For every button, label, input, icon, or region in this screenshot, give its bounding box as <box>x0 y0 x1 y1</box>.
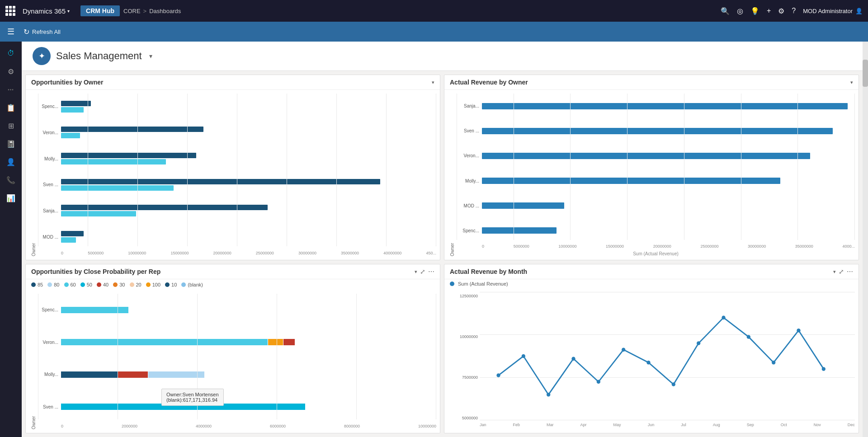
dashboard-grid: Opportunities by Owner ▾ Owner <box>22 71 863 437</box>
y-axis-label-right: Owner <box>448 94 457 256</box>
x-axis-top-right: 0500000010000000150000002000000025000000… <box>482 243 855 249</box>
chart-bottom-left-body: Owner <box>26 290 440 433</box>
chart-bottom-left: Opportunities by Close Probability per R… <box>25 264 440 433</box>
bar-row-spenc-r: Spenc... <box>457 227 855 234</box>
chart-bottom-right-title: Actual Revenue by Month <box>450 268 830 275</box>
expand-button-bl[interactable]: ⤢ <box>420 268 425 275</box>
hamburger-icon[interactable]: ☰ <box>7 27 14 37</box>
bar-row-sanja: Sanja... <box>38 205 436 216</box>
bar-row-sven: Sven ... <box>38 179 436 191</box>
x-axis-top-left: 0500000010000000150000002000000025000000… <box>61 250 436 256</box>
sidebar-icon-phone[interactable]: 📞 <box>3 172 19 188</box>
top-nav: Dynamics 365 ▾ CRM Hub CORE > Dashboards… <box>0 0 868 22</box>
legend-30: 30 <box>113 282 125 287</box>
x-label-br-9: Sep <box>747 423 754 427</box>
x-axis-label-sum: Sum (Actual Revenue) <box>457 251 855 256</box>
sidebar-icon-more[interactable]: ••• <box>3 81 19 98</box>
help-icon[interactable]: ? <box>792 7 796 15</box>
menu-button-bl[interactable]: ⋯ <box>428 268 434 275</box>
bar-row-molly: Molly... <box>38 153 436 164</box>
legend-blank: (blank) <box>181 282 203 287</box>
main-content: ✦ Sales Management ▾ Opportunities by Ow… <box>22 42 863 437</box>
sidebar-icon-user[interactable]: 👤 <box>3 154 19 170</box>
second-bar: ☰ ↻ Refresh All <box>0 22 868 42</box>
page-title: Sales Management <box>56 50 142 62</box>
hub-label[interactable]: CRM Hub <box>80 5 120 16</box>
grid-menu-icon[interactable] <box>5 6 15 16</box>
target-icon[interactable]: ◎ <box>737 7 743 15</box>
app-name[interactable]: Dynamics 365 ▾ <box>23 7 70 15</box>
chart-top-right-header: Actual Revenue by Owner ▾ <box>444 75 859 90</box>
bar-row-mod: MOD ... <box>38 231 436 243</box>
x-label-br-8: Aug <box>713 423 720 427</box>
sidebar-icon-settings[interactable]: ⚙ <box>3 63 19 80</box>
x-label-br-4: Apr <box>580 423 587 427</box>
page-header: ✦ Sales Management ▾ <box>22 42 863 71</box>
svg-point-10 <box>747 335 750 339</box>
svg-point-5 <box>622 348 625 352</box>
menu-button-br[interactable]: ⋯ <box>847 268 853 275</box>
scrollbar[interactable] <box>863 42 868 437</box>
chart-bottom-right-chevron[interactable]: ▾ <box>833 269 836 275</box>
x-label-br-7: Jul <box>681 423 686 427</box>
svg-point-6 <box>646 361 650 365</box>
bar-row-spenc-bl: Spenc... <box>38 307 436 313</box>
x-label-br-10: Oct <box>781 423 787 427</box>
sidebar-icon-clipboard[interactable]: 📋 <box>3 99 19 116</box>
bar-row-molly-r: Molly... <box>457 178 855 184</box>
chart-bottom-left-chevron[interactable]: ▾ <box>415 269 417 275</box>
bar-row-sven-r: Sven ... <box>457 128 855 134</box>
legend-40: 40 <box>97 282 108 287</box>
bar-row-molly-bl: Molly... <box>38 371 436 378</box>
settings-icon[interactable]: ⚙ <box>778 7 784 15</box>
bar-row-veron-bl: Veron... <box>38 339 436 345</box>
svg-point-9 <box>722 316 725 320</box>
line-chart-legend: Sum (Actual Revenue) <box>444 279 859 288</box>
sidebar-icon-recent[interactable]: ⏱ <box>3 45 19 61</box>
scrollbar-thumb[interactable] <box>863 60 868 87</box>
chart-top-left-title: Opportunities by Owner <box>31 79 429 86</box>
svg-point-7 <box>672 382 675 386</box>
chart-top-right-title: Actual Revenue by Owner <box>450 79 848 86</box>
search-icon[interactable]: 🔍 <box>721 7 730 15</box>
refresh-button[interactable]: ↻ Refresh All <box>24 28 61 36</box>
y-label-10000000: 10000000 <box>448 334 478 339</box>
tooltip-line2: (blank):617,171,316.94 <box>166 397 219 403</box>
legend-85: 85 <box>31 282 43 287</box>
legend-100: 100 <box>146 282 160 287</box>
chart-top-left-chevron[interactable]: ▾ <box>432 80 434 85</box>
chart-top-left-body: Owner <box>26 90 440 260</box>
line-chart-svg <box>480 292 855 420</box>
add-icon[interactable]: + <box>767 7 771 15</box>
app-chevron: ▾ <box>67 9 70 14</box>
expand-button-br[interactable]: ⤢ <box>839 268 844 275</box>
svg-point-13 <box>822 367 826 371</box>
breadcrumb: CORE > Dashboards <box>123 8 181 14</box>
svg-point-11 <box>772 361 775 365</box>
tooltip: Owner:Sven Mortensen (blank):617,171,316… <box>161 389 224 406</box>
y-label-5000000: 5000000 <box>448 416 478 420</box>
sidebar-icon-grid[interactable]: ⊞ <box>3 117 19 134</box>
sidebar-icon-notes[interactable]: 📓 <box>3 136 19 152</box>
chart-bottom-right-actions: ⤢ ⋯ <box>839 268 853 275</box>
chart-top-left: Opportunities by Owner ▾ Owner <box>25 75 440 260</box>
legend-10: 10 <box>165 282 177 287</box>
user-menu[interactable]: MOD Administrator 👤 <box>803 8 863 14</box>
x-label-br-12: Dec <box>848 423 855 427</box>
svg-point-8 <box>697 341 700 345</box>
x-label-br-6: Jun <box>648 423 655 427</box>
chart-top-right-chevron[interactable]: ▾ <box>850 80 853 85</box>
y-label-7500000: 7500000 <box>448 375 478 380</box>
sidebar-icon-chart[interactable]: 📊 <box>3 190 19 206</box>
chart-top-right: Actual Revenue by Owner ▾ Owner <box>444 75 859 260</box>
idea-icon[interactable]: 💡 <box>750 7 760 15</box>
bar-row-sanja-r: Sanja... <box>457 103 855 109</box>
legend-20: 20 <box>130 282 142 287</box>
y-axis-label-bl: Owner <box>29 294 38 429</box>
bar-row-veron-r: Veron... <box>457 153 855 159</box>
svg-point-1 <box>522 354 525 358</box>
svg-point-0 <box>496 373 500 377</box>
y-axis-label-left: Owner <box>29 94 38 256</box>
x-label-br-3: Mar <box>547 423 554 427</box>
title-chevron[interactable]: ▾ <box>149 52 152 60</box>
